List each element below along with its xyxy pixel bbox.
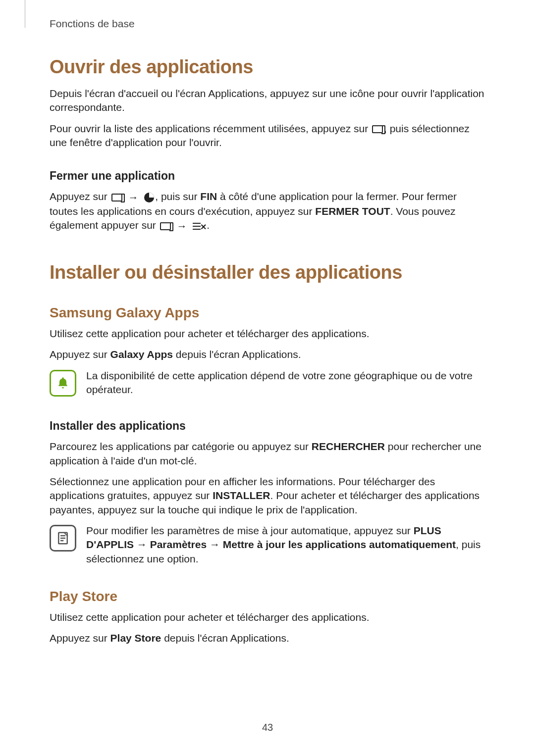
margin-line [25,0,25,28]
text-bold: FERMER TOUT [315,205,390,217]
heading-install-apps: Installer des applications [50,419,485,433]
text-fragment: Pour ouvrir la liste des applications ré… [50,123,371,134]
text-bold: RECHERCHER [312,441,385,452]
recent-apps-icon [160,222,171,230]
text-fragment: Appuyez sur [50,632,110,644]
body-text: Appuyez sur Play Store depuis l'écran Ap… [50,631,485,645]
body-text: Depuis l'écran d'accueil ou l'écran Appl… [50,87,485,115]
text-fragment: Parcourez les applications par catégorie… [50,441,312,452]
note-page-icon [50,525,76,552]
note-bell-icon [50,370,76,397]
note-auto-update: Pour modifier les paramètres de mise à j… [50,524,485,569]
arrow-icon: → [128,191,138,204]
body-text: Parcourez les applications par catégorie… [50,440,485,468]
text-fragment: , puis sur [155,191,200,202]
note-text: La disponibilité de cette application dé… [86,369,485,397]
close-all-icon: ✕ [193,222,206,231]
heading-close-app: Fermer une application [50,169,485,183]
arrow-icon: → [176,219,187,233]
chapter-header: Fonctions de base [50,18,485,30]
text-fragment: Pour modifier les paramètres de mise à j… [86,525,414,536]
body-text: Appuyez sur → , puis sur FIN à côté d'un… [50,190,485,233]
text-bold: Paramètres [150,539,207,550]
heading-play-store: Play Store [50,589,485,605]
text-fragment: → [134,539,150,550]
page-number: 43 [0,722,535,733]
text-fragment: Appuyez sur [50,191,110,202]
body-text: Utilisez cette application pour acheter … [50,610,485,624]
heading-galaxy-apps: Samsung Galaxy Apps [50,305,485,321]
note-availability: La disponibilité de cette application dé… [50,369,485,400]
text-bold: Mettre à jour les applications automatiq… [223,539,456,550]
page-content: Fonctions de base Ouvrir des application… [0,0,535,646]
text-bold: Play Store [110,632,161,644]
heading-open-apps: Ouvrir des applications [50,56,485,78]
text-fragment: Appuyez sur [50,349,110,360]
body-text: Utilisez cette application pour acheter … [50,327,485,341]
heading-install-uninstall: Installer ou désinstaller des applicatio… [50,262,485,283]
task-manager-icon [144,193,154,202]
recent-apps-icon [372,125,383,133]
body-text: Appuyez sur Galaxy Apps depuis l'écran A… [50,348,485,361]
body-text: Pour ouvrir la liste des applications ré… [50,122,485,150]
text-fragment: depuis l'écran Applications. [161,632,289,644]
body-text: Sélectionnez une application pour en aff… [50,475,485,517]
text-fragment: → [207,539,223,550]
recent-apps-icon [111,194,122,202]
text-bold: FIN [200,191,217,202]
note-text: Pour modifier les paramètres de mise à j… [86,524,485,566]
text-fragment: . [207,219,210,231]
text-bold: Galaxy Apps [110,349,173,360]
text-fragment: depuis l'écran Applications. [173,349,301,360]
text-bold: INSTALLER [213,490,270,501]
